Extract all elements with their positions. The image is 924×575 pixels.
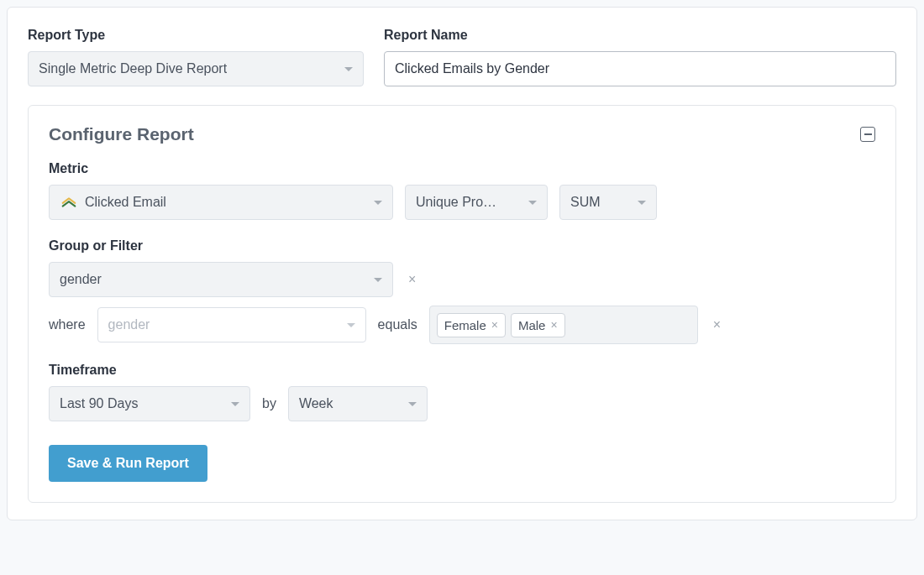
chevron-down-icon bbox=[344, 67, 353, 71]
configure-header: Configure Report bbox=[49, 124, 875, 144]
timeframe-section-label: Timeframe bbox=[49, 363, 875, 378]
chevron-down-icon bbox=[638, 201, 646, 205]
where-label: where bbox=[49, 317, 86, 332]
timeframe-range-select[interactable]: Last 90 Days bbox=[49, 386, 250, 421]
group-dimension-row: gender × bbox=[49, 262, 875, 297]
chevron-down-icon bbox=[231, 402, 239, 406]
remove-tag-icon[interactable]: × bbox=[550, 319, 557, 331]
chevron-down-icon bbox=[374, 201, 382, 205]
metric-aggregation-value: SUM bbox=[570, 195, 601, 210]
metric-uniqueness-select[interactable]: Unique Pro… bbox=[405, 185, 548, 220]
equals-label: equals bbox=[378, 317, 417, 332]
remove-tag-icon[interactable]: × bbox=[491, 319, 498, 331]
timeframe-interval-value: Week bbox=[299, 396, 333, 411]
configure-report-panel: Configure Report Metric Clicked Email bbox=[28, 105, 896, 503]
metric-row: Clicked Email Unique Pro… SUM bbox=[49, 185, 875, 220]
filter-value-label: Female bbox=[444, 318, 486, 332]
filter-values-input[interactable]: Female × Male × bbox=[429, 306, 698, 344]
filter-where-row: where gender equals Female × Male × × bbox=[49, 306, 875, 344]
configure-title: Configure Report bbox=[49, 124, 194, 144]
filter-value-label: Male bbox=[518, 318, 546, 332]
metric-event-value: Clicked Email bbox=[85, 195, 166, 210]
report-header-row: Report Type Single Metric Deep Dive Repo… bbox=[28, 28, 896, 86]
metric-aggregation-select[interactable]: SUM bbox=[559, 185, 657, 220]
remove-filter-icon[interactable]: × bbox=[710, 315, 724, 335]
by-label: by bbox=[262, 396, 276, 411]
chevron-down-icon bbox=[374, 278, 382, 282]
klaviyo-metric-icon bbox=[60, 193, 78, 212]
save-run-report-button[interactable]: Save & Run Report bbox=[49, 445, 207, 482]
report-type-label: Report Type bbox=[28, 28, 364, 43]
group-filter-section-label: Group or Filter bbox=[49, 238, 875, 254]
chevron-down-icon bbox=[528, 201, 537, 205]
save-run-label: Save & Run Report bbox=[67, 456, 189, 471]
report-builder-panel: Report Type Single Metric Deep Dive Repo… bbox=[7, 7, 917, 520]
metric-uniqueness-value: Unique Pro… bbox=[416, 195, 496, 210]
report-name-input[interactable] bbox=[384, 51, 896, 86]
where-dimension-placeholder: gender bbox=[108, 317, 150, 332]
collapse-icon[interactable] bbox=[860, 127, 875, 142]
report-type-select[interactable]: Single Metric Deep Dive Report bbox=[28, 51, 364, 86]
metric-event-select[interactable]: Clicked Email bbox=[49, 185, 393, 220]
filter-value-tag: Male × bbox=[511, 313, 565, 337]
remove-group-icon[interactable]: × bbox=[405, 269, 419, 290]
timeframe-interval-select[interactable]: Week bbox=[288, 386, 428, 421]
report-name-field: Report Name bbox=[384, 28, 896, 86]
timeframe-row: Last 90 Days by Week bbox=[49, 386, 875, 421]
timeframe-range-value: Last 90 Days bbox=[60, 396, 138, 411]
group-dimension-select[interactable]: gender bbox=[49, 262, 393, 297]
report-type-value: Single Metric Deep Dive Report bbox=[39, 61, 227, 76]
where-dimension-select[interactable]: gender bbox=[97, 307, 366, 342]
chevron-down-icon bbox=[408, 402, 417, 406]
group-dimension-value: gender bbox=[60, 272, 102, 287]
report-name-label: Report Name bbox=[384, 28, 896, 43]
metric-section-label: Metric bbox=[49, 161, 875, 176]
filter-value-tag: Female × bbox=[437, 313, 506, 337]
report-type-field: Report Type Single Metric Deep Dive Repo… bbox=[28, 28, 364, 86]
chevron-down-icon bbox=[347, 323, 355, 327]
